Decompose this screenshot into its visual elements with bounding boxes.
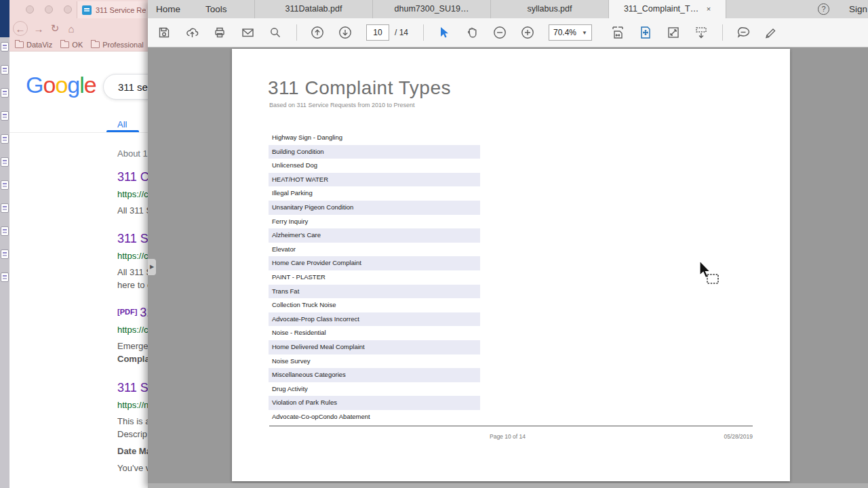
scroll-page-icon — [694, 26, 708, 39]
browser-tab[interactable]: 311 Service Re — [77, 1, 148, 18]
sign-in-button[interactable]: Sign — [849, 0, 867, 18]
scrolling-mode-button[interactable] — [694, 26, 708, 39]
select-tool-button[interactable] — [437, 26, 451, 39]
fit-width-icon — [611, 26, 625, 39]
search-input[interactable]: 311 se — [103, 74, 148, 100]
page-number-input[interactable]: 10 — [366, 24, 389, 41]
printer-icon — [214, 26, 226, 39]
result-snippet: All 311 S — [117, 266, 148, 279]
tab-all[interactable]: All — [117, 119, 127, 129]
complaint-type-row: Advocate-Co-opCondo Abatement — [269, 410, 480, 424]
result-link[interactable]: [PDF]311 — [117, 306, 148, 320]
zoom-out-button[interactable] — [493, 26, 507, 39]
complaint-type-row: Highway Sign - Dangling — [269, 131, 480, 145]
doc-tab-311datalab[interactable]: 311Datalab.pdf — [254, 0, 372, 18]
bookmark-folder-dataviz[interactable]: DataViz — [15, 41, 52, 49]
home-icon[interactable]: ⌂ — [63, 20, 79, 37]
desktop-file-icon[interactable] — [1, 226, 9, 236]
zoom-button[interactable] — [64, 5, 72, 14]
desktop-file-icon[interactable] — [1, 42, 9, 52]
result-snippet: This is a — [117, 415, 148, 428]
desktop-file-icon[interactable] — [1, 203, 9, 213]
bookmark-folder-ok[interactable]: OK — [60, 41, 83, 49]
cloud-upload-icon — [186, 26, 199, 39]
desktop-file-icon[interactable] — [1, 88, 9, 98]
minimize-button[interactable] — [45, 5, 53, 14]
fullscreen-button[interactable] — [667, 26, 680, 39]
tab-tools[interactable]: Tools — [205, 0, 227, 18]
desktop-file-icon[interactable] — [1, 111, 9, 121]
result-link[interactable]: 311 S — [117, 232, 148, 246]
acrobat-tabbar: Home Tools 311Datalab.pdf dhum7300_SU19…… — [148, 0, 868, 18]
search-result: [PDF]311 https://c Emerge Compla — [117, 306, 148, 365]
toolbar-divider — [296, 24, 297, 41]
close-tab-icon[interactable]: × — [707, 5, 711, 13]
google-logo: Google — [26, 72, 96, 98]
desktop-file-icon[interactable] — [1, 134, 9, 144]
chevron-down-icon: ▼ — [582, 30, 587, 36]
highlight-button[interactable] — [764, 26, 778, 39]
desktop-file-icon[interactable] — [1, 272, 9, 282]
hand-tool-button[interactable] — [465, 26, 479, 39]
forward-icon[interactable]: → — [31, 20, 47, 37]
desktop-file-icon[interactable] — [1, 249, 9, 259]
result-snippet: Compla — [117, 352, 148, 365]
result-url: https://n — [117, 400, 148, 410]
logo-letter: G — [26, 72, 43, 98]
result-snippet: All 311 S — [117, 204, 148, 217]
complaint-type-row: Violation of Park Rules — [269, 396, 480, 410]
result-link[interactable]: 311 C — [117, 170, 148, 184]
next-page-button[interactable] — [338, 26, 352, 39]
previous-page-button[interactable] — [311, 26, 324, 39]
hand-icon — [466, 26, 478, 39]
acrobat-toolbar: 10 / 14 70.4% ▼ — [148, 18, 868, 47]
folder-icon — [91, 41, 100, 48]
complaint-type-row: Alzheimer's Care — [269, 228, 480, 243]
result-link-text: 311 — [140, 306, 148, 319]
background-window-edge — [0, 0, 9, 37]
save-icon — [158, 26, 170, 39]
footer-date: 05/28/2019 — [724, 433, 753, 440]
email-button[interactable] — [241, 26, 254, 39]
bookmark-label: Professional — [102, 41, 144, 49]
fit-page-button[interactable] — [639, 26, 652, 39]
document-canvas[interactable]: ▶ 311 Complaint Types Based on 311 Servi… — [148, 47, 868, 488]
mouse-cursor-snapshot — [697, 260, 724, 289]
navigation-pane-toggle[interactable]: ▶ — [148, 259, 156, 275]
zoom-level-select[interactable]: 70.4% ▼ — [549, 24, 592, 41]
doc-tab-311-complaint-active[interactable]: 311_Complaint_T… × — [608, 0, 726, 18]
find-button[interactable] — [269, 26, 282, 39]
reload-icon[interactable]: ↻ — [47, 20, 63, 37]
complaint-type-row: HEAT/HOT WATER — [269, 173, 480, 187]
tab-home[interactable]: Home — [156, 0, 180, 18]
pdf-subtitle: Based on 311 Service Requests from 2010 … — [269, 102, 414, 108]
comment-button[interactable] — [736, 26, 750, 39]
result-link[interactable]: 311 S — [117, 381, 148, 395]
footer-rule — [269, 426, 753, 426]
canvas-bottom-strip — [148, 483, 868, 488]
google-results-page: Google 311 se All About 15 311 C https:/… — [9, 52, 148, 488]
desktop-file-icon[interactable] — [1, 180, 9, 190]
desktop-file-icon[interactable] — [1, 65, 9, 75]
toolbar-divider — [722, 24, 723, 41]
back-icon[interactable]: ← — [13, 21, 28, 36]
print-button[interactable] — [213, 26, 226, 39]
zoom-in-button[interactable] — [521, 26, 534, 39]
complaint-type-row: Noise - Residential — [269, 326, 480, 340]
bookmark-folder-professional[interactable]: Professional — [91, 41, 144, 49]
desktop-file-icon[interactable] — [1, 157, 9, 167]
toolbar-divider — [423, 24, 424, 41]
result-stats: About 15 — [117, 148, 148, 159]
complaint-type-row: PAINT - PLASTER — [269, 270, 480, 285]
complaint-type-row: Illegal Parking — [269, 186, 480, 201]
save-button[interactable] — [157, 26, 171, 39]
doc-tab-syllabus[interactable]: syllabus.pdf — [490, 0, 608, 18]
help-icon[interactable]: ? — [818, 3, 829, 15]
comment-bubble-icon — [736, 26, 750, 39]
search-result: 311 S https://c All 311 S here to c — [117, 232, 148, 291]
doc-tab-dhum7300[interactable]: dhum7300_SU19… — [372, 0, 490, 18]
fit-width-button[interactable] — [611, 26, 625, 39]
close-button[interactable] — [26, 5, 34, 14]
share-button[interactable] — [185, 26, 199, 39]
complaint-type-row: Noise Survey — [269, 354, 480, 369]
